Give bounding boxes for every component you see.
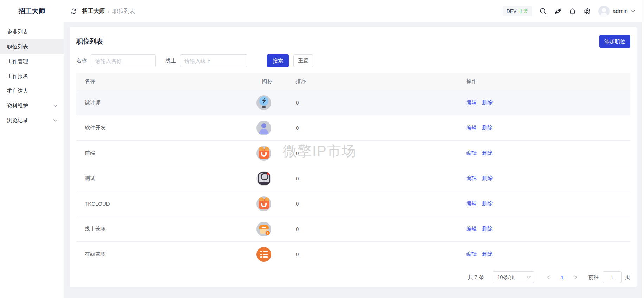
search-button[interactable]: 搜索 <box>267 54 289 67</box>
row-sort: 0 <box>294 226 466 232</box>
breadcrumb-separator: / <box>108 8 109 14</box>
sidebar-item-position-list[interactable]: 职位列表 <box>0 39 64 54</box>
orange-bag-icon <box>254 196 294 211</box>
table-row: 软件开发0编辑删除 <box>76 115 630 141</box>
sidebar-item-label: 企业列表 <box>7 29 28 35</box>
chevron-down-icon <box>53 119 57 122</box>
sidebar-item-job-manage[interactable]: 工作管理 <box>0 54 64 69</box>
content-area: 职位列表 添加职位 名称 线上 搜索 重置 <box>64 22 644 298</box>
delete-link[interactable]: 删除 <box>482 251 493 258</box>
reset-button[interactable]: 重置 <box>293 54 313 67</box>
edit-link[interactable]: 编辑 <box>466 125 477 131</box>
row-sort: 0 <box>294 251 466 257</box>
page-title: 职位列表 <box>76 37 103 46</box>
goto-page-suffix: 页 <box>625 274 630 281</box>
shop-plus-icon: + <box>254 222 294 236</box>
sidebar-item-data-maintain[interactable]: 资料维护 <box>0 98 64 113</box>
row-name: 线上兼职 <box>76 226 254 232</box>
delete-link[interactable]: 删除 <box>482 226 493 232</box>
edit-link[interactable]: 编辑 <box>466 99 477 106</box>
row-name: TKCLOUD <box>76 201 254 207</box>
table-row: 前端0编辑删除 <box>76 141 630 166</box>
orange-bag-icon <box>254 146 294 161</box>
position-list-card: 职位列表 添加职位 名称 线上 搜索 重置 <box>70 27 637 287</box>
table-row: TKCLOUD0编辑删除 <box>76 191 630 216</box>
next-page-button[interactable] <box>572 272 580 282</box>
avatar <box>598 6 610 17</box>
sidebar-item-promoter[interactable]: 推广达人 <box>0 84 64 98</box>
edit-link[interactable]: 编辑 <box>466 175 477 182</box>
row-sort: 0 <box>294 201 466 207</box>
table-body: 设计师0编辑删除软件开发0编辑删除前端0编辑删除测试0编辑删除TKCLOUD0编… <box>76 90 630 267</box>
table-row: 在线兼职0编辑删除 <box>76 242 630 267</box>
table-header: 名称 图标 排序 操作 <box>76 73 630 90</box>
edit-link[interactable]: 编辑 <box>466 251 477 258</box>
filter-bar: 名称 线上 搜索 重置 <box>76 54 630 67</box>
delete-link[interactable]: 删除 <box>482 200 493 207</box>
row-name: 软件开发 <box>76 125 254 131</box>
add-position-button[interactable]: 添加职位 <box>599 35 630 48</box>
refresh-icon[interactable] <box>70 8 77 15</box>
bell-icon[interactable] <box>569 8 576 15</box>
sidebar-item-company-list[interactable]: 企业列表 <box>0 25 64 39</box>
pagination: 共 7 条 10条/页 1 前往 <box>76 271 630 283</box>
table-row: 测试0编辑删除 <box>76 166 630 191</box>
column-header-icon: 图标 <box>254 78 294 85</box>
user-menu[interactable]: admin <box>598 6 635 17</box>
bottom-strip <box>0 298 644 300</box>
row-sort: 0 <box>294 175 466 181</box>
breadcrumb-current: 职位列表 <box>112 8 135 15</box>
outline-bag-icon <box>254 171 294 186</box>
edit-link[interactable]: 编辑 <box>466 150 477 156</box>
row-sort: 0 <box>294 150 466 156</box>
sidebar-item-label: 工作管理 <box>7 58 28 65</box>
breadcrumb-root[interactable]: 招工大师 <box>82 8 105 15</box>
app-window: 招工大师 企业列表职位列表工作管理工作报名推广达人资料维护浏览记录 招工大师 /… <box>0 0 644 298</box>
row-sort: 0 <box>294 100 466 106</box>
goto-page-input[interactable] <box>603 271 622 283</box>
prev-page-button[interactable] <box>544 272 553 282</box>
row-sort: 0 <box>294 125 466 131</box>
delete-link[interactable]: 删除 <box>482 175 493 182</box>
pagination-total: 共 7 条 <box>468 274 484 281</box>
filter-online-label: 线上 <box>165 58 176 64</box>
list-menu-icon <box>254 247 294 262</box>
chevron-down-icon <box>631 10 635 13</box>
filter-online-input[interactable] <box>180 54 247 67</box>
row-name: 前端 <box>76 150 254 156</box>
sidebar-item-label: 资料维护 <box>7 102 28 109</box>
column-header-actions: 操作 <box>466 78 630 85</box>
row-name: 设计师 <box>76 99 254 106</box>
sidebar-item-job-signup[interactable]: 工作报名 <box>0 69 64 84</box>
page-number[interactable]: 1 <box>558 274 567 280</box>
edit-link[interactable]: 编辑 <box>466 226 477 232</box>
row-name: 在线兼职 <box>76 251 254 258</box>
row-name: 测试 <box>76 175 254 182</box>
user-name: admin <box>612 8 628 14</box>
sidebar-item-label: 浏览记录 <box>7 117 28 124</box>
bulb-lightning-icon <box>254 95 294 110</box>
breadcrumb: 招工大师 / 职位列表 <box>82 8 135 15</box>
page-size-select[interactable]: 10条/页 <box>493 271 534 283</box>
rocket-icon[interactable] <box>554 8 561 15</box>
delete-link[interactable]: 删除 <box>482 150 493 156</box>
delete-link[interactable]: 删除 <box>482 99 493 106</box>
filter-name-label: 名称 <box>76 58 87 64</box>
sidebar: 招工大师 企业列表职位列表工作管理工作报名推广达人资料维护浏览记录 <box>0 0 64 298</box>
app-logo: 招工大师 <box>0 0 64 22</box>
sidebar-item-label: 推广达人 <box>7 88 28 94</box>
filter-name-input[interactable] <box>91 54 156 67</box>
person-avatar-icon <box>254 121 294 135</box>
table-row: 设计师0编辑删除 <box>76 90 630 115</box>
env-status-badge[interactable]: DEV 正常 <box>503 6 532 16</box>
column-header-name: 名称 <box>76 78 254 85</box>
sidebar-item-browse-log[interactable]: 浏览记录 <box>0 113 64 128</box>
gear-icon[interactable] <box>584 8 591 15</box>
edit-link[interactable]: 编辑 <box>466 200 477 207</box>
scrollbar-track[interactable] <box>642 0 644 300</box>
sidebar-nav: 企业列表职位列表工作管理工作报名推广达人资料维护浏览记录 <box>0 22 64 128</box>
chevron-down-icon <box>527 276 531 279</box>
sidebar-item-label: 职位列表 <box>7 44 28 50</box>
delete-link[interactable]: 删除 <box>482 125 493 131</box>
search-icon[interactable] <box>539 8 547 15</box>
